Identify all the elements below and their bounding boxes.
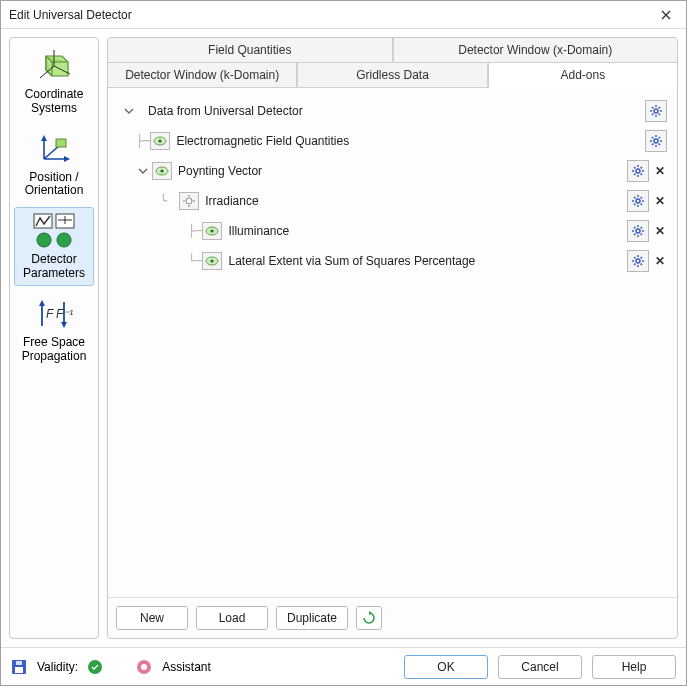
- validity-label: Validity:: [37, 660, 78, 674]
- bottom-toolbar: New Load Duplicate: [108, 597, 677, 638]
- svg-rect-30: [16, 661, 22, 665]
- tab-detector-window-x[interactable]: Detector Window (x-Domain): [393, 38, 678, 63]
- detector-params-icon: [32, 212, 76, 250]
- svg-marker-2: [64, 156, 70, 162]
- svg-text:F: F: [46, 307, 54, 321]
- dialog-window: Edit Universal Detector Coordinate Syste…: [0, 0, 687, 686]
- svg-marker-8: [39, 300, 45, 306]
- eye-icon: [150, 132, 170, 150]
- eye-icon: [202, 222, 222, 240]
- footer: Validity: Assistant OK Cancel Help: [1, 647, 686, 685]
- window-title: Edit Universal Detector: [9, 8, 654, 22]
- settings-button[interactable]: [645, 130, 667, 152]
- remove-button[interactable]: ✕: [653, 194, 667, 208]
- settings-button[interactable]: [645, 100, 667, 122]
- svg-point-12: [654, 109, 658, 113]
- svg-point-17: [160, 169, 163, 172]
- tabs-row-1: Field Quantities Detector Window (x-Doma…: [108, 38, 677, 63]
- eye-icon: [152, 162, 172, 180]
- sidebar-item-coordinate-systems[interactable]: Coordinate Systems: [14, 42, 94, 121]
- chevron-down-icon[interactable]: [122, 104, 136, 118]
- tab-detector-window-k[interactable]: Detector Window (k-Domain): [108, 63, 297, 88]
- settings-button[interactable]: [627, 220, 649, 242]
- tree: Data from Universal Detector ├─ Electrom…: [108, 88, 677, 597]
- gear-icon: [631, 164, 645, 178]
- sun-icon: [179, 192, 199, 210]
- cancel-button[interactable]: Cancel: [498, 655, 582, 679]
- svg-point-18: [636, 169, 640, 173]
- tree-node-label: Lateral Extent via Sum of Squares Percen…: [228, 254, 475, 268]
- tree-node-label: Poynting Vector: [178, 164, 262, 178]
- tree-node-label: Electromagnetic Field Quantities: [176, 134, 349, 148]
- svg-point-26: [636, 259, 640, 263]
- tree-node-label: Irradiance: [205, 194, 258, 208]
- svg-point-25: [211, 259, 214, 262]
- svg-marker-9: [61, 322, 67, 328]
- svg-point-19: [186, 198, 192, 204]
- main-panel: Field Quantities Detector Window (x-Doma…: [107, 37, 678, 639]
- gear-icon: [649, 104, 663, 118]
- svg-point-6: [37, 233, 51, 247]
- validity-ok-icon: [88, 660, 102, 674]
- remove-button[interactable]: ✕: [653, 224, 667, 238]
- settings-button[interactable]: [627, 160, 649, 182]
- tree-node[interactable]: └─ Lateral Extent via Sum of Squares Per…: [116, 246, 669, 276]
- refresh-icon: [362, 611, 376, 625]
- gear-icon: [631, 254, 645, 268]
- gear-icon: [631, 194, 645, 208]
- svg-text:F⁻¹: F⁻¹: [56, 307, 73, 321]
- tree-node[interactable]: ├─ Electromagnetic Field Quantities: [116, 126, 669, 156]
- axes-icon: [32, 130, 76, 168]
- eye-icon: [202, 252, 222, 270]
- svg-point-15: [654, 139, 658, 143]
- svg-point-23: [636, 229, 640, 233]
- titlebar: Edit Universal Detector: [1, 1, 686, 29]
- sidebar-item-position-orientation[interactable]: Position / Orientation: [14, 125, 94, 204]
- tab-field-quantities[interactable]: Field Quantities: [108, 38, 393, 63]
- load-button[interactable]: Load: [196, 606, 268, 630]
- cube-icon: [32, 47, 76, 85]
- svg-point-22: [211, 229, 214, 232]
- svg-rect-29: [15, 667, 23, 673]
- settings-button[interactable]: [627, 190, 649, 212]
- sidebar-item-label: Coordinate Systems: [17, 88, 91, 116]
- sidebar-item-label: Position / Orientation: [17, 171, 91, 199]
- tree-node[interactable]: └ Irradiance ✕: [116, 186, 669, 216]
- tab-add-ons[interactable]: Add-ons: [488, 63, 677, 88]
- svg-rect-3: [56, 139, 66, 147]
- tabs-row-2: Detector Window (k-Domain) Gridless Data…: [108, 63, 677, 88]
- svg-marker-1: [41, 135, 47, 141]
- svg-point-14: [159, 139, 162, 142]
- remove-button[interactable]: ✕: [653, 164, 667, 178]
- tree-root-row[interactable]: Data from Universal Detector: [116, 96, 669, 126]
- new-button[interactable]: New: [116, 606, 188, 630]
- sidebar: Coordinate Systems Position / Orientatio…: [9, 37, 99, 639]
- refresh-button[interactable]: [356, 606, 382, 630]
- propagation-icon: FF⁻¹: [32, 295, 76, 333]
- settings-button[interactable]: [627, 250, 649, 272]
- ok-button[interactable]: OK: [404, 655, 488, 679]
- save-icon[interactable]: [11, 659, 27, 675]
- chevron-down-icon[interactable]: [136, 164, 150, 178]
- svg-point-7: [57, 233, 71, 247]
- sidebar-item-detector-parameters[interactable]: Detector Parameters: [14, 207, 94, 286]
- remove-button[interactable]: ✕: [653, 254, 667, 268]
- svg-point-20: [636, 199, 640, 203]
- tree-node-label: Illuminance: [228, 224, 289, 238]
- tab-gridless-data[interactable]: Gridless Data: [297, 63, 487, 88]
- tree-node[interactable]: ├─ Illuminance ✕: [116, 216, 669, 246]
- assistant-button[interactable]: Assistant: [162, 660, 211, 674]
- duplicate-button[interactable]: Duplicate: [276, 606, 348, 630]
- chevron-down-icon[interactable]: [167, 194, 177, 208]
- sidebar-item-label: Free Space Propagation: [17, 336, 91, 364]
- sidebar-item-free-space-propagation[interactable]: FF⁻¹ Free Space Propagation: [14, 290, 94, 369]
- help-button[interactable]: Help: [592, 655, 676, 679]
- gear-icon: [631, 224, 645, 238]
- tree-node-label: Data from Universal Detector: [148, 104, 303, 118]
- svg-point-32: [141, 664, 147, 670]
- tree-node[interactable]: Poynting Vector ✕: [116, 156, 669, 186]
- close-icon: [661, 10, 671, 20]
- close-button[interactable]: [654, 3, 678, 27]
- assistant-icon: [136, 659, 152, 675]
- sidebar-item-label: Detector Parameters: [17, 253, 91, 281]
